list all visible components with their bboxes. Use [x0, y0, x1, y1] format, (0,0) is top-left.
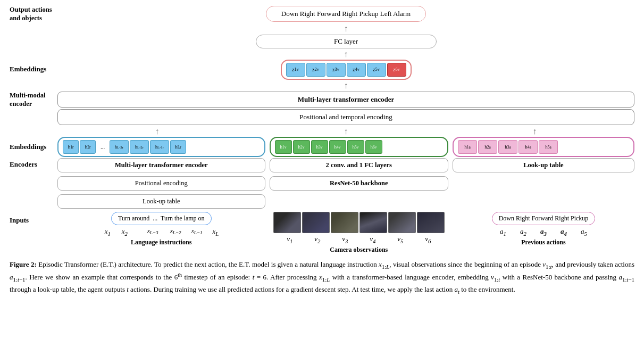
figure-caption: Figure 2: Episodic Transformer (E.T.) ar… [10, 259, 634, 296]
cam-resnet-box: ResNet-50 backbone [270, 176, 448, 191]
embed-z6: z6v [387, 63, 406, 77]
arrow-cam-embeds: ↑ [252, 127, 440, 136]
lang-transformer-box: Multi-layer transformer encoder [57, 158, 265, 172]
lang-embeddings-wrapper: h1r h2r ... hL-3r hL-2r hL-1r hLr [57, 137, 265, 157]
h1v: h1v [275, 140, 292, 154]
act-subscript-row: a1 a2 a3 a4 a5 [493, 227, 594, 237]
output-actions-label: Output actionsand objects [10, 5, 57, 23]
inputs-label: Inputs [10, 212, 57, 225]
h4v: h4v [329, 140, 346, 154]
hL3r: hL-3r [110, 140, 129, 154]
hLr: hLr [170, 140, 186, 154]
h3a: h3a [498, 140, 517, 154]
lang-subscript-row: x1 x2 xL−3 xL−2 xL−1 xL [99, 227, 223, 237]
embed-z2: z2v [306, 63, 325, 77]
cam-input-label: Camera observations [330, 246, 388, 254]
camera-images-row [273, 212, 445, 233]
h2r: h2r [80, 140, 96, 154]
lang-pos-encoding-box: Positional encoding [57, 176, 265, 191]
transformer-encoder-box: Multi-layer transformer encoder [57, 92, 634, 108]
arrow-to-transformer: ↑ [344, 81, 348, 90]
cam-img-6 [417, 212, 445, 233]
h6v: h6v [365, 140, 382, 154]
multimodal-encoder-label: Multi-modalencoder [10, 91, 57, 109]
top-embeddings-wrapper: z1v z2v z3v z4v z5v z6v [281, 60, 412, 80]
output-actions-content: Down Right Forward Right Pickup Left Ala… [57, 6, 634, 22]
h1r: h1r [63, 140, 79, 154]
h2a: h2a [478, 140, 497, 154]
embeddings-label-top: Embeddings [10, 65, 57, 74]
act-embeddings-wrapper: h1a h2a h3a h4a h5a [453, 137, 634, 157]
arrow-to-fc: ↑ [344, 24, 348, 33]
cam-img-2 [302, 212, 330, 233]
embeddings-label-mid: Embeddings [10, 143, 57, 152]
lang-input-label: Language instructions [131, 238, 191, 246]
embed-z5: z5v [367, 63, 386, 77]
cam-embeddings-wrapper: h1v h2v h3v h4v h5v h6v [270, 137, 448, 157]
lang-input-pill: Turn around ... Turn the lamp on [111, 212, 212, 225]
h5a: h5a [539, 140, 558, 154]
arrow-act-embeds: ↑ [440, 127, 629, 136]
cam-img-3 [331, 212, 358, 233]
output-actions-pill: Down Right Forward Right Pickup Left Ala… [266, 6, 426, 22]
hdots: ... [97, 140, 108, 154]
h4a: h4a [518, 140, 538, 154]
h1a: h1a [458, 140, 477, 154]
fc-layer-pill: FC layer [256, 35, 437, 48]
arrow-lang-embeds: ↑ [63, 127, 252, 136]
hL1r: hL-1r [150, 140, 169, 154]
arrow-to-embeds-top: ↑ [344, 50, 348, 59]
positional-temporal-box: Positional and temporal encoding [57, 109, 634, 125]
embed-z1: z1v [286, 63, 305, 77]
cam-conv-box: 2 conv. and 1 FC layers [270, 158, 448, 172]
hL2r: hL-2r [130, 140, 149, 154]
h3v: h3v [311, 140, 328, 154]
act-lookup-box: Look-up table [453, 158, 634, 172]
cam-subscript-row: v1 v2 v3 v4 v5 v6 [276, 235, 442, 244]
cam-img-5 [388, 212, 416, 233]
act-input-pill: Down Right Forward Right Pickup [492, 212, 596, 225]
h2v: h2v [293, 140, 310, 154]
encoders-label: Encoders [10, 158, 57, 169]
cam-img-1 [273, 212, 301, 233]
caption-figure-num: Figure 2: [10, 260, 37, 268]
h5v: h5v [347, 140, 364, 154]
embed-z4: z4v [347, 63, 366, 77]
diagram: Output actionsand objects Down Right For… [10, 5, 634, 254]
cam-img-4 [359, 212, 387, 233]
lang-lookup-box: Look-up table [57, 194, 265, 209]
embed-z3: z3v [327, 63, 346, 77]
act-input-label: Previous actions [521, 238, 565, 246]
